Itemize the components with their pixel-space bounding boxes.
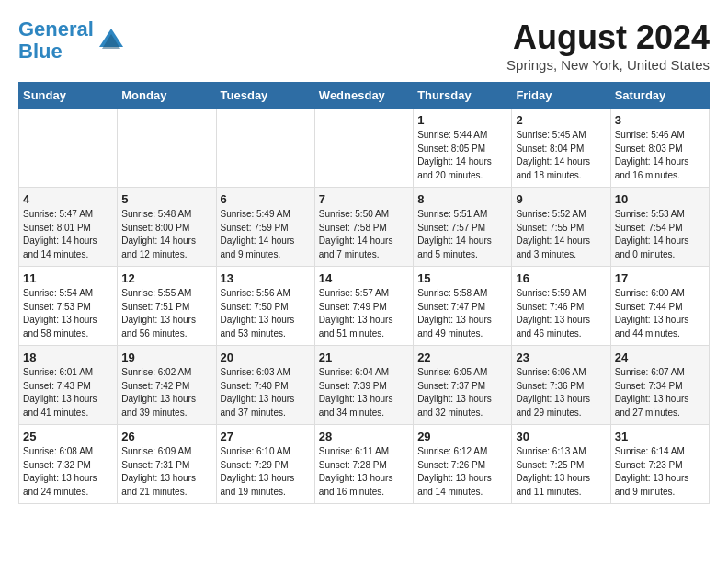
day-info: Sunrise: 5:50 AM Sunset: 7:58 PM Dayligh… — [319, 208, 409, 261]
day-of-week-header: Sunday — [19, 83, 118, 109]
calendar-day-cell: 19Sunrise: 6:02 AM Sunset: 7:42 PM Dayli… — [118, 346, 216, 425]
day-number: 16 — [516, 271, 606, 285]
day-number: 2 — [516, 113, 606, 127]
calendar-day-cell: 2Sunrise: 5:45 AM Sunset: 8:04 PM Daylig… — [512, 109, 610, 188]
calendar-day-cell: 27Sunrise: 6:10 AM Sunset: 7:29 PM Dayli… — [216, 425, 314, 504]
month-title: August 2024 — [506, 18, 710, 57]
calendar-day-cell: 15Sunrise: 5:58 AM Sunset: 7:47 PM Dayli… — [414, 267, 512, 346]
calendar-week-row: 1Sunrise: 5:44 AM Sunset: 8:05 PM Daylig… — [19, 109, 710, 188]
day-info: Sunrise: 6:08 AM Sunset: 7:32 PM Dayligh… — [23, 445, 113, 499]
calendar-day-cell: 24Sunrise: 6:07 AM Sunset: 7:34 PM Dayli… — [610, 346, 709, 425]
calendar-day-cell: 12Sunrise: 5:55 AM Sunset: 7:51 PM Dayli… — [118, 267, 216, 346]
day-info: Sunrise: 6:09 AM Sunset: 7:31 PM Dayligh… — [121, 445, 211, 499]
day-number: 8 — [417, 192, 507, 206]
calendar-day-cell: 8Sunrise: 5:51 AM Sunset: 7:57 PM Daylig… — [414, 188, 512, 267]
day-info: Sunrise: 5:46 AM Sunset: 8:03 PM Dayligh… — [615, 129, 705, 182]
calendar-day-cell: 16Sunrise: 5:59 AM Sunset: 7:46 PM Dayli… — [512, 267, 610, 346]
day-number: 22 — [417, 350, 507, 364]
day-info: Sunrise: 6:14 AM Sunset: 7:23 PM Dayligh… — [615, 445, 705, 499]
calendar-day-cell: 10Sunrise: 5:53 AM Sunset: 7:54 PM Dayli… — [610, 188, 709, 267]
day-info: Sunrise: 5:45 AM Sunset: 8:04 PM Dayligh… — [516, 129, 606, 182]
day-info: Sunrise: 5:47 AM Sunset: 8:01 PM Dayligh… — [23, 208, 113, 261]
day-info: Sunrise: 6:04 AM Sunset: 7:39 PM Dayligh… — [319, 366, 409, 419]
calendar-day-cell — [118, 109, 216, 188]
day-info: Sunrise: 6:01 AM Sunset: 7:43 PM Dayligh… — [23, 366, 113, 419]
calendar-day-cell: 25Sunrise: 6:08 AM Sunset: 7:32 PM Dayli… — [19, 425, 118, 504]
calendar-day-cell: 11Sunrise: 5:54 AM Sunset: 7:53 PM Dayli… — [19, 267, 118, 346]
day-info: Sunrise: 6:11 AM Sunset: 7:28 PM Dayligh… — [319, 445, 409, 499]
day-number: 27 — [221, 430, 311, 443]
day-info: Sunrise: 5:54 AM Sunset: 7:53 PM Dayligh… — [23, 287, 113, 340]
day-info: Sunrise: 5:52 AM Sunset: 7:55 PM Dayligh… — [516, 208, 606, 261]
day-number: 7 — [319, 192, 409, 206]
day-info: Sunrise: 5:49 AM Sunset: 7:59 PM Dayligh… — [221, 208, 311, 261]
calendar-day-cell: 13Sunrise: 5:56 AM Sunset: 7:50 PM Dayli… — [216, 267, 314, 346]
day-info: Sunrise: 5:58 AM Sunset: 7:47 PM Dayligh… — [417, 287, 507, 340]
calendar-day-cell: 9Sunrise: 5:52 AM Sunset: 7:55 PM Daylig… — [512, 188, 610, 267]
calendar-day-cell: 18Sunrise: 6:01 AM Sunset: 7:43 PM Dayli… — [19, 346, 118, 425]
logo-icon — [97, 27, 125, 54]
day-of-week-header: Wednesday — [314, 83, 413, 109]
day-number: 21 — [319, 350, 409, 364]
calendar-week-row: 4Sunrise: 5:47 AM Sunset: 8:01 PM Daylig… — [19, 188, 710, 267]
calendar-day-cell: 31Sunrise: 6:14 AM Sunset: 7:23 PM Dayli… — [610, 425, 709, 504]
calendar-day-cell: 17Sunrise: 6:00 AM Sunset: 7:44 PM Dayli… — [610, 267, 709, 346]
page-header: GeneralBlue August 2024 Springs, New Yor… — [18, 18, 710, 73]
location: Springs, New York, United States — [506, 57, 710, 73]
calendar-table: SundayMondayTuesdayWednesdayThursdayFrid… — [18, 82, 710, 504]
day-info: Sunrise: 6:02 AM Sunset: 7:42 PM Dayligh… — [121, 366, 211, 419]
day-number: 31 — [615, 430, 705, 443]
day-number: 14 — [319, 271, 409, 285]
calendar-day-cell — [216, 109, 314, 188]
day-number: 13 — [221, 271, 311, 285]
day-number: 3 — [615, 113, 705, 127]
day-number: 29 — [417, 430, 507, 443]
calendar-day-cell: 23Sunrise: 6:06 AM Sunset: 7:36 PM Dayli… — [512, 346, 610, 425]
day-number: 28 — [319, 430, 409, 443]
day-number: 6 — [221, 192, 311, 206]
day-number: 23 — [516, 350, 606, 364]
day-number: 10 — [615, 192, 705, 206]
day-number: 17 — [615, 271, 705, 285]
calendar-day-cell: 30Sunrise: 6:13 AM Sunset: 7:25 PM Dayli… — [512, 425, 610, 504]
day-number: 24 — [615, 350, 705, 364]
calendar-day-cell — [314, 109, 413, 188]
calendar-day-cell: 29Sunrise: 6:12 AM Sunset: 7:26 PM Dayli… — [414, 425, 512, 504]
day-of-week-header: Friday — [512, 83, 610, 109]
calendar-day-cell — [19, 109, 118, 188]
day-number: 4 — [23, 192, 113, 206]
day-info: Sunrise: 6:06 AM Sunset: 7:36 PM Dayligh… — [516, 366, 606, 419]
calendar-day-cell: 26Sunrise: 6:09 AM Sunset: 7:31 PM Dayli… — [118, 425, 216, 504]
day-info: Sunrise: 5:53 AM Sunset: 7:54 PM Dayligh… — [615, 208, 705, 261]
calendar-day-cell: 28Sunrise: 6:11 AM Sunset: 7:28 PM Dayli… — [314, 425, 413, 504]
calendar-day-cell: 3Sunrise: 5:46 AM Sunset: 8:03 PM Daylig… — [610, 109, 709, 188]
day-info: Sunrise: 5:55 AM Sunset: 7:51 PM Dayligh… — [121, 287, 211, 340]
day-number: 11 — [23, 271, 113, 285]
day-info: Sunrise: 6:13 AM Sunset: 7:25 PM Dayligh… — [516, 445, 606, 499]
calendar-day-cell: 4Sunrise: 5:47 AM Sunset: 8:01 PM Daylig… — [19, 188, 118, 267]
calendar-day-cell: 20Sunrise: 6:03 AM Sunset: 7:40 PM Dayli… — [216, 346, 314, 425]
logo-text: GeneralBlue — [18, 18, 94, 63]
calendar-week-row: 18Sunrise: 6:01 AM Sunset: 7:43 PM Dayli… — [19, 346, 710, 425]
day-info: Sunrise: 5:51 AM Sunset: 7:57 PM Dayligh… — [417, 208, 507, 261]
day-number: 5 — [121, 192, 211, 206]
calendar-week-row: 11Sunrise: 5:54 AM Sunset: 7:53 PM Dayli… — [19, 267, 710, 346]
day-number: 15 — [417, 271, 507, 285]
day-of-week-header: Saturday — [610, 83, 709, 109]
logo: GeneralBlue — [18, 18, 125, 63]
day-number: 30 — [516, 430, 606, 443]
day-number: 19 — [121, 350, 211, 364]
calendar-day-cell: 22Sunrise: 6:05 AM Sunset: 7:37 PM Dayli… — [414, 346, 512, 425]
day-number: 25 — [23, 430, 113, 443]
calendar-day-cell: 7Sunrise: 5:50 AM Sunset: 7:58 PM Daylig… — [314, 188, 413, 267]
day-number: 12 — [121, 271, 211, 285]
day-info: Sunrise: 6:00 AM Sunset: 7:44 PM Dayligh… — [615, 287, 705, 340]
day-of-week-header: Tuesday — [216, 83, 314, 109]
day-of-week-header: Monday — [118, 83, 216, 109]
day-info: Sunrise: 6:03 AM Sunset: 7:40 PM Dayligh… — [221, 366, 311, 419]
day-of-week-header: Thursday — [414, 83, 512, 109]
day-number: 26 — [121, 430, 211, 443]
day-number: 18 — [23, 350, 113, 364]
calendar-day-cell: 5Sunrise: 5:48 AM Sunset: 8:00 PM Daylig… — [118, 188, 216, 267]
day-info: Sunrise: 5:48 AM Sunset: 8:00 PM Dayligh… — [121, 208, 211, 261]
